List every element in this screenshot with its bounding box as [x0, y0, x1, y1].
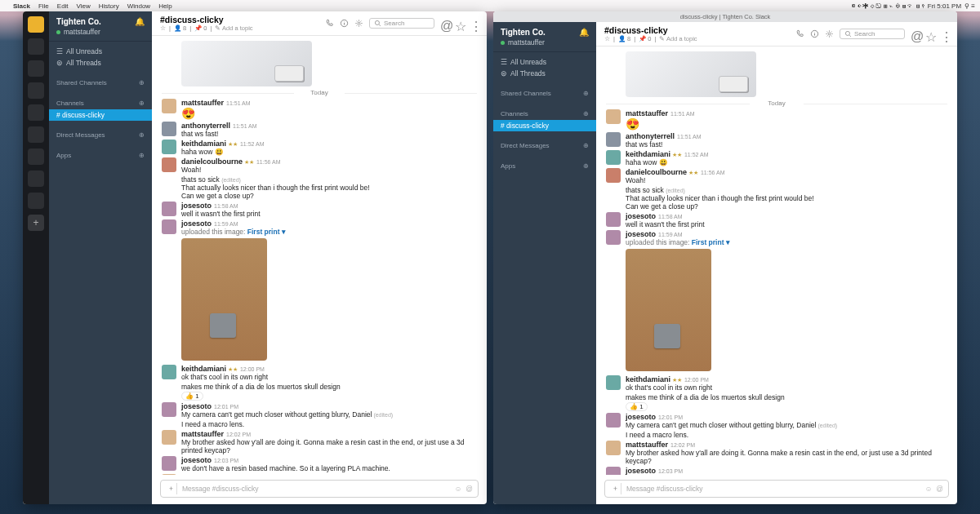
workspace-icon[interactable]: [28, 193, 44, 209]
menu-item[interactable]: File: [38, 2, 49, 10]
message-author[interactable]: mattstauffer: [626, 441, 668, 449]
avatar[interactable]: [162, 202, 176, 216]
pin-count[interactable]: 📌 0: [194, 24, 207, 32]
mention-button[interactable]: @: [936, 485, 943, 493]
star-channel-icon[interactable]: ☆: [455, 19, 464, 28]
add-topic-link[interactable]: ✎ Add a topic: [659, 35, 697, 42]
sidebar-item-threads[interactable]: ⊜ All Threads: [493, 68, 596, 79]
message-author[interactable]: danielcoulbourne: [626, 168, 687, 176]
sidebar-item-threads[interactable]: ⊜ All Threads: [49, 57, 152, 69]
phone-icon[interactable]: [325, 19, 334, 28]
workspace-name[interactable]: Tighten Co. 🔔: [56, 17, 145, 26]
sidebar-item-unreads[interactable]: ☰ All Unreads: [493, 56, 596, 68]
star-icon[interactable]: ☆: [604, 35, 610, 42]
channel-name[interactable]: #discuss-clicky: [160, 15, 253, 24]
avatar[interactable]: [162, 122, 176, 136]
menu-item[interactable]: View: [77, 2, 91, 10]
workspace-icon[interactable]: [28, 171, 44, 187]
sidebar-channel-active[interactable]: # discuss-clicky: [493, 120, 596, 131]
avatar[interactable]: [162, 474, 176, 475]
sidebar-channels-head[interactable]: Channels⊕: [49, 97, 152, 109]
channel-name[interactable]: #discuss-clicky: [604, 25, 697, 35]
attach-button[interactable]: +: [610, 483, 621, 494]
menu-item[interactable]: Window: [127, 2, 150, 10]
workspace-icon[interactable]: [28, 82, 44, 99]
menu-item[interactable]: Edit: [57, 2, 69, 10]
image-attachment[interactable]: [181, 41, 312, 86]
message-author[interactable]: keithdamiani: [626, 375, 670, 383]
search-input[interactable]: Search: [369, 18, 434, 29]
avatar[interactable]: [606, 212, 621, 227]
message-author[interactable]: josesoto: [626, 230, 656, 238]
sidebar-shared-head[interactable]: Shared Channels⊕: [493, 87, 596, 100]
pin-count[interactable]: 📌 0: [639, 35, 651, 42]
gear-icon[interactable]: [354, 19, 363, 28]
sidebar-item-unreads[interactable]: ☰ All Unreads: [49, 46, 152, 57]
avatar[interactable]: [606, 413, 621, 428]
message-author[interactable]: josesoto: [181, 402, 212, 410]
avatar[interactable]: [606, 375, 621, 390]
gear-icon[interactable]: [825, 29, 834, 38]
current-user[interactable]: mattstauffer: [508, 38, 545, 47]
add-topic-link[interactable]: ✎ Add a topic: [215, 24, 252, 32]
menu-item[interactable]: Help: [158, 2, 172, 10]
message-author[interactable]: anthonyterrell: [181, 122, 230, 130]
avatar[interactable]: [162, 99, 176, 113]
search-input[interactable]: Search: [840, 29, 905, 39]
more-icon[interactable]: ⋮: [940, 29, 949, 38]
avatar[interactable]: [606, 467, 621, 475]
avatar[interactable]: [606, 150, 621, 165]
browser-tab-title[interactable]: discuss-clicky | Tighten Co. Slack: [493, 11, 957, 22]
message-author[interactable]: keithdamiani: [181, 140, 226, 148]
sidebar-dms-head[interactable]: Direct Messages⊕: [49, 129, 152, 141]
avatar[interactable]: [162, 456, 176, 471]
workspace-icon[interactable]: [28, 60, 44, 77]
menu-item[interactable]: History: [99, 2, 119, 10]
message-author[interactable]: mattstauffer: [181, 474, 224, 475]
mention-button[interactable]: @: [466, 485, 473, 493]
message-author[interactable]: keithdamiani: [626, 150, 670, 158]
mentions-icon[interactable]: @: [440, 19, 449, 28]
message-author[interactable]: danielcoulbourne: [181, 157, 243, 166]
sidebar-apps-head[interactable]: Apps⊕: [49, 149, 152, 162]
message-author[interactable]: anthonyterrell: [626, 132, 675, 140]
image-attachment[interactable]: [626, 249, 711, 371]
message-author[interactable]: keithdamiani: [181, 365, 226, 373]
message-author[interactable]: josesoto: [181, 219, 212, 228]
info-icon[interactable]: [810, 29, 819, 38]
sidebar-dms-head[interactable]: Direct Messages⊕: [493, 140, 596, 152]
emoji-button[interactable]: ☺: [925, 485, 933, 493]
avatar[interactable]: [162, 430, 176, 445]
workspace-icon[interactable]: [28, 148, 44, 165]
workspace-icon[interactable]: [28, 38, 44, 55]
reaction-chip[interactable]: 👍 1: [181, 392, 203, 401]
message-author[interactable]: mattstauffer: [626, 109, 668, 117]
avatar[interactable]: [162, 140, 176, 154]
avatar[interactable]: [162, 402, 176, 417]
avatar[interactable]: [162, 157, 176, 172]
phone-icon[interactable]: [795, 29, 804, 38]
message-author[interactable]: mattstauffer: [181, 99, 224, 107]
sidebar-channel-active[interactable]: # discuss-clicky: [49, 109, 152, 121]
bell-icon[interactable]: 🔔: [579, 28, 589, 37]
more-icon[interactable]: ⋮: [470, 19, 479, 28]
image-attachment[interactable]: [181, 238, 267, 361]
message-author[interactable]: josesoto: [181, 202, 212, 210]
image-attachment[interactable]: [626, 51, 756, 97]
bell-icon[interactable]: 🔔: [135, 17, 145, 26]
message-author[interactable]: josesoto: [181, 456, 212, 464]
menubar-app[interactable]: Slack: [13, 2, 30, 10]
member-count[interactable]: 👤 8: [174, 24, 186, 32]
workspace-icon[interactable]: [28, 16, 44, 33]
message-composer[interactable]: + Message #discuss-clicky ☺@: [160, 480, 479, 498]
file-link[interactable]: First print ▾: [692, 238, 730, 246]
avatar[interactable]: [606, 168, 621, 183]
info-icon[interactable]: [340, 19, 349, 28]
reaction-chip[interactable]: 👍 1: [626, 402, 648, 411]
avatar[interactable]: [162, 219, 176, 234]
message-author[interactable]: josesoto: [626, 413, 656, 421]
avatar[interactable]: [162, 365, 176, 379]
message-composer[interactable]: + Message #discuss-clicky ☺@: [604, 480, 949, 498]
member-count[interactable]: 👤 8: [618, 35, 630, 42]
add-workspace-button[interactable]: +: [28, 215, 44, 231]
